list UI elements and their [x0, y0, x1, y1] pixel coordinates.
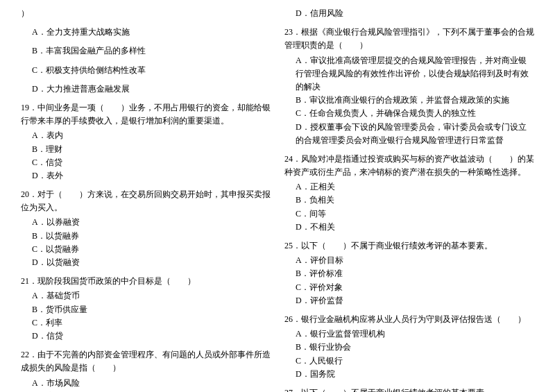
option-a1: A．全力支持重大战略实施	[21, 26, 271, 39]
question-27: 27．以下（ ）不属于商业银行绩效考评的基本要素。 A．评价目标	[284, 386, 534, 392]
q20-option-c: C．以货融券	[32, 243, 271, 256]
left-column: ） A．全力支持重大战略实施 B．丰富我国金融产品的多样性 C．积极支持供给侧结…	[21, 7, 271, 392]
q26-option-d: D．国务院	[296, 368, 534, 381]
question-26: 26．银行业金融机构应将从业人员行为守则及评估报告送（ ） A．银行业监督管理机…	[284, 313, 534, 381]
question-21-text: 21．现阶段我国货币政策的中介目标是（ ）	[21, 275, 271, 288]
q24-option-a: A．正相关	[296, 180, 534, 194]
q24-option-b: B．负相关	[296, 194, 534, 207]
page-content: ） A．全力支持重大战略实施 B．丰富我国金融产品的多样性 C．积极支持供给侧结…	[21, 7, 534, 392]
q24-option-c: C．间等	[296, 207, 534, 221]
q19-option-a: A．表内	[32, 129, 271, 142]
option-c1: C．积极支持供给侧结构性改革	[21, 64, 271, 77]
q21-option-c: C．利率	[32, 316, 271, 330]
question-23: 23．根据《商业银行合规风险管理指引》，下列不属于董事会的合规管理职责的是（ ）…	[284, 26, 534, 147]
option-b1: B．丰富我国金融产品的多样性	[21, 44, 271, 58]
question-intro-text: ）	[21, 7, 271, 20]
q19-option-b: B．理财	[32, 143, 271, 156]
option-d1: D．大力推进普惠金融发展	[21, 83, 271, 96]
q25-option-c: C．评价对象	[296, 281, 534, 294]
q24-option-d: D．不相关	[296, 221, 534, 234]
q20-option-b: B．以货融券	[32, 230, 271, 243]
option-b1-text: B．丰富我国金融产品的多样性	[32, 44, 271, 58]
option-d-right: D．信用风险	[284, 7, 534, 20]
question-24: 24．风险对冲是指通过投资或购买与标的资产收益波动（ ）的某种资产或衍生产品，来…	[284, 153, 534, 234]
q21-option-a: A．基础货币	[32, 289, 271, 302]
question-22-text: 22．由于不完善的内部资金管理程序、有问题的人员或外部事件所造成损失的风险是指（…	[21, 348, 271, 375]
option-d1-text: D．大力推进普惠金融发展	[32, 83, 271, 96]
q23-option-c: C．任命合规负责人，并确保合规负责人的独立性	[296, 107, 534, 120]
q23-option-a: A．审议批准高级管理层提交的合规风险管理报告，并对商业银行管理合规风险的有效性作…	[296, 54, 534, 94]
q19-option-d: D．表外	[32, 169, 271, 182]
question-27-text: 27．以下（ ）不属于商业银行绩效考评的基本要素。	[284, 386, 534, 392]
question-20-text: 20．对于（ ）方来说，在交易所回购交易开始时，其申报买卖报位为买入。	[21, 188, 271, 214]
q20-option-d: D．以货融资	[32, 256, 271, 269]
q19-option-c: C．信贷	[32, 156, 271, 169]
option-c1-text: C．积极支持供给侧结构性改革	[32, 64, 271, 77]
q20-option-a: A．以券融资	[32, 216, 271, 229]
question-24-text: 24．风险对冲是指通过投资或购买与标的资产收益波动（ ）的某种资产或衍生产品，来…	[284, 153, 534, 179]
question-21: 21．现阶段我国货币政策的中介目标是（ ） A．基础货币 B．货币供应量 C．利…	[21, 275, 271, 343]
question-25: 25．以下（ ）不属于商业银行绩效考评的基本要素。 A．评价目标 B．评价标准 …	[284, 239, 534, 307]
q23-option-b: B．审议批准商业银行的合规政策，并监督合规政策的实施	[296, 94, 534, 107]
q25-option-a: A．评价目标	[296, 254, 534, 267]
q26-option-b: B．银行业协会	[296, 341, 534, 354]
q26-option-c: C．人民银行	[296, 355, 534, 368]
q21-option-b: B．货币供应量	[32, 303, 271, 316]
question-intro: ）	[21, 7, 271, 20]
q23-option-d: D．授权董事会下设的风险管理委员会，审计委员会或专门设立的合规管理委员会对商业银…	[296, 121, 534, 147]
q25-option-b: B．评价标准	[296, 267, 534, 280]
question-19-text: 19．中间业务是一项（ ）业务，不用占用银行的资金，却能给银行带来丰厚的手续费收…	[21, 101, 271, 128]
question-26-text: 26．银行业金融机构应将从业人员行为守则及评估报告送（ ）	[284, 313, 534, 326]
option-a1-text: A．全力支持重大战略实施	[32, 26, 271, 39]
question-19: 19．中间业务是一项（ ）业务，不用占用银行的资金，却能给银行带来丰厚的手续费收…	[21, 101, 271, 182]
option-d-right-text: D．信用风险	[296, 7, 534, 20]
question-25-text: 25．以下（ ）不属于商业银行绩效考评的基本要素。	[284, 239, 534, 253]
question-23-text: 23．根据《商业银行合规风险管理指引》，下列不属于董事会的合规管理职责的是（ ）	[284, 26, 534, 52]
q25-option-d: D．评价监督	[296, 294, 534, 307]
q26-option-a: A．银行业监督管理机构	[296, 327, 534, 341]
right-column: D．信用风险 23．根据《商业银行合规风险管理指引》，下列不属于董事会的合规管理…	[284, 7, 534, 392]
question-22: 22．由于不完善的内部资金管理程序、有问题的人员或外部事件所造成损失的风险是指（…	[21, 348, 271, 392]
question-20: 20．对于（ ）方来说，在交易所回购交易开始时，其申报买卖报位为买入。 A．以券…	[21, 188, 271, 269]
q21-option-d: D．信贷	[32, 330, 271, 343]
q22-option-a: A．市场风险	[32, 377, 271, 390]
